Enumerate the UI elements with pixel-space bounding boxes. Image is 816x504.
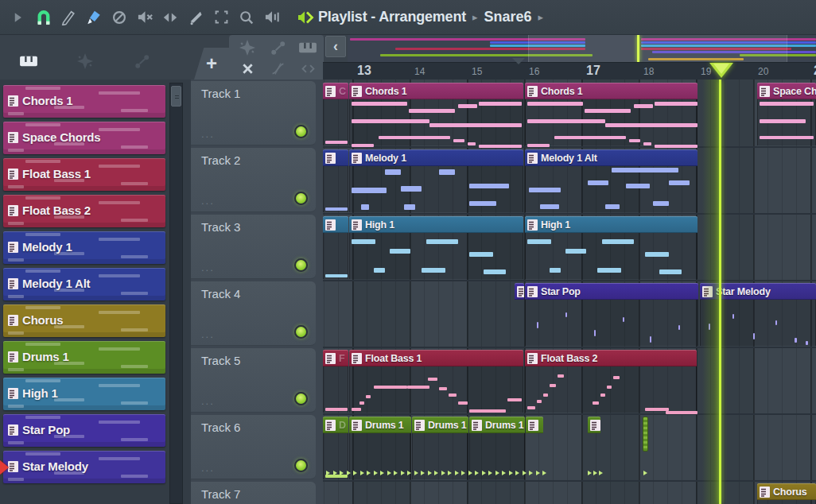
clip-body[interactable] (323, 99, 348, 145)
clip-body[interactable] (349, 166, 523, 212)
pattern-mode-icon[interactable] (294, 37, 321, 58)
arrangement-navigator[interactable] (348, 35, 816, 62)
clip-header[interactable] (323, 216, 348, 233)
pattern-scrollbar-thumb[interactable] (171, 86, 181, 107)
clip-header[interactable]: D (323, 417, 348, 433)
clip-header[interactable] (515, 283, 524, 300)
pattern-item[interactable]: Chorus (3, 304, 165, 337)
clip-body[interactable] (349, 233, 523, 279)
clip-header[interactable]: C (323, 83, 348, 99)
tab-pattern-clips[interactable] (15, 51, 42, 72)
clip-header[interactable]: Float Bass 1 (349, 350, 523, 366)
clip-header[interactable]: Melody 1 (349, 149, 523, 166)
clip-header[interactable]: Space Chords (757, 83, 816, 99)
clip-body[interactable] (525, 300, 698, 346)
pattern-item[interactable]: Space Chords (3, 122, 165, 154)
track-enable-led[interactable] (294, 258, 308, 272)
clip-header[interactable]: Float Bass 2 (525, 350, 697, 366)
pattern-item[interactable]: Star Pop (3, 414, 165, 447)
spline-mode-icon[interactable] (264, 58, 291, 79)
track-enable-led[interactable] (294, 192, 308, 205)
track-enable-led[interactable] (294, 392, 308, 405)
arrangement-name[interactable]: Snare6 (484, 9, 532, 25)
clip-header[interactable]: Melody 1 Alt (525, 149, 697, 166)
clip-body[interactable] (525, 233, 697, 279)
clip-header[interactable]: Drums 1 (349, 417, 411, 433)
track-options-dots[interactable]: ... (201, 462, 215, 474)
clip-header[interactable]: Star Pop (525, 283, 698, 300)
pattern-item[interactable]: Drums 1 (3, 341, 165, 374)
tab-automation-clips[interactable] (128, 51, 155, 72)
pattern-item[interactable]: Melody 1 Alt (3, 268, 165, 300)
track-options-dots[interactable]: ... (201, 328, 215, 340)
clip-header[interactable]: High 1 (525, 216, 697, 233)
draw-tool-icon[interactable] (56, 5, 81, 30)
slip-tool-icon[interactable] (157, 5, 183, 30)
delete-tool-icon[interactable] (107, 5, 132, 30)
clip-body[interactable] (323, 233, 348, 279)
pattern-item[interactable]: Float Bass 1 (3, 158, 165, 191)
audio-track-mode-icon[interactable] (234, 37, 261, 58)
play-icon[interactable] (5, 5, 30, 30)
clip-body[interactable] (757, 500, 816, 504)
clip-header[interactable]: Drums 1 (469, 417, 525, 433)
automation-mode-icon[interactable] (264, 37, 291, 58)
track-options-dots[interactable]: ... (201, 395, 215, 407)
scroll-back-button[interactable]: ‹ (325, 36, 346, 57)
paint-tool-icon[interactable] (81, 5, 107, 30)
add-track-mode-tab[interactable]: + (194, 48, 229, 79)
pattern-item[interactable]: High 1 (3, 378, 165, 410)
track-enable-led[interactable] (294, 459, 308, 472)
tab-audio-clips[interactable] (72, 51, 99, 72)
delete-mode-icon[interactable] (234, 58, 261, 79)
zoom-tool-icon[interactable] (234, 5, 259, 30)
track-header[interactable]: Track 7... (191, 482, 316, 504)
clip-header[interactable] (323, 149, 348, 166)
timeline-ruler[interactable]: 131415161718192021 (323, 62, 816, 79)
clip-body[interactable] (349, 99, 523, 145)
navigator-playhead[interactable] (637, 35, 639, 62)
track-header[interactable]: Track 3... (191, 215, 316, 279)
playhead-marker[interactable] (709, 63, 733, 78)
playlist-speaker-icon[interactable] (293, 5, 318, 30)
select-tool-icon[interactable] (208, 5, 234, 30)
track-options-dots[interactable]: ... (201, 195, 215, 207)
clip-body[interactable] (349, 366, 523, 413)
pattern-clip-mini[interactable] (643, 417, 648, 452)
clip-header[interactable]: Drums 1 (412, 417, 468, 433)
playback-tool-icon[interactable] (259, 5, 285, 30)
clip-body[interactable] (525, 166, 697, 212)
pattern-scrollbar[interactable] (169, 83, 183, 504)
breadcrumb-chevron-icon[interactable]: ▸ (532, 11, 550, 23)
pattern-item[interactable]: Chords 1 (3, 85, 165, 118)
track-header[interactable]: Track 1... (191, 81, 316, 145)
track-header[interactable]: Track 2... (191, 148, 316, 212)
pattern-item[interactable]: Melody 1 (3, 231, 165, 264)
track-enable-led[interactable] (294, 325, 308, 339)
magnet-snap-icon[interactable] (30, 5, 56, 30)
track-options-dots[interactable]: ... (201, 128, 215, 140)
mute-tool-icon[interactable] (132, 5, 157, 30)
clip-header[interactable] (588, 417, 600, 433)
clip-header[interactable]: F (323, 350, 348, 366)
clip-header[interactable] (526, 417, 543, 433)
clip-header[interactable]: Chorus (757, 483, 816, 500)
navigator-viewport[interactable] (528, 35, 787, 62)
clip-body[interactable] (757, 99, 816, 145)
track-header[interactable]: Track 6... (191, 415, 316, 479)
pattern-item[interactable]: Star Melody (3, 451, 165, 483)
pattern-item[interactable]: Float Bass 2 (3, 195, 165, 227)
track-options-dots[interactable]: ... (201, 262, 215, 273)
clip-header[interactable]: Chords 1 (349, 83, 523, 99)
clip-body[interactable] (323, 366, 348, 413)
clip-header[interactable]: High 1 (349, 216, 523, 233)
clip-body[interactable] (323, 166, 348, 212)
track-enable-led[interactable] (294, 125, 308, 138)
track-header[interactable]: Track 5... (191, 348, 316, 413)
track-header[interactable]: Track 4... (191, 281, 316, 346)
clip-body[interactable] (525, 366, 697, 413)
slice-tool-icon[interactable] (183, 5, 208, 30)
stretch-mode-icon[interactable] (294, 58, 321, 79)
clip-body[interactable] (525, 99, 697, 145)
clip-header[interactable]: Chords 1 (525, 83, 697, 99)
